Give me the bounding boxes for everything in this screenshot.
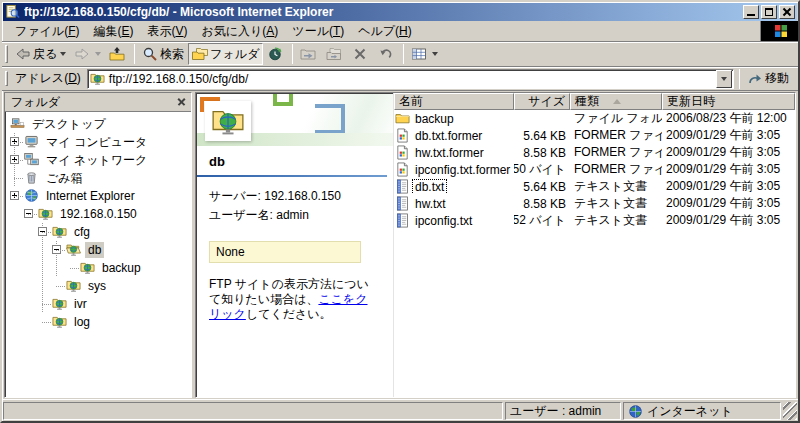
search-icon xyxy=(142,46,158,62)
copy-to-button[interactable] xyxy=(322,43,348,65)
tree-item-backup[interactable]: backup xyxy=(9,259,191,277)
menu-favorites[interactable]: お気に入り(A) xyxy=(195,21,286,42)
tree-item-label[interactable]: ごみ箱 xyxy=(43,169,86,188)
tree-item-sys[interactable]: sys xyxy=(9,277,191,295)
close-button[interactable] xyxy=(779,5,795,19)
file-row-db.txt[interactable]: db.txt5.64 KBテキスト文書2009/01/29 午前 3:05 xyxy=(394,178,795,195)
tree-item-label[interactable]: デスクトップ xyxy=(29,115,109,134)
maximize-button[interactable] xyxy=(761,5,777,19)
tree-item-label[interactable]: db xyxy=(85,242,104,258)
file-type: FORMER ファイル xyxy=(570,144,662,161)
status-bar: ユーザー : admin インターネット xyxy=(2,399,798,421)
column-header-name[interactable]: 名前 xyxy=(394,93,514,110)
file-row-hw.txt.former[interactable]: hw.txt.former8.58 KBFORMER ファイル2009/01/2… xyxy=(394,144,795,161)
address-dropdown-button[interactable] xyxy=(716,70,732,88)
file-name[interactable]: hw.txt.former xyxy=(413,146,486,160)
history-button[interactable] xyxy=(263,43,289,65)
file-date: 2009/01/29 午前 3:05 xyxy=(662,161,795,178)
column-header-type[interactable]: 種類 xyxy=(570,93,662,110)
tree-item-log[interactable]: log xyxy=(9,313,191,331)
address-value[interactable]: ftp://192.168.0.150/cfg/db/ xyxy=(109,72,716,86)
file-row-backup[interactable]: backupファイル フォルダ2006/08/23 午前 12:00 xyxy=(394,110,795,127)
menu-file[interactable]: ファイル(F) xyxy=(8,21,86,42)
file-row-ipconfig.txt[interactable]: ipconfig.txt852 バイトテキスト文書2009/01/29 午前 3… xyxy=(394,212,795,229)
expand-icon[interactable] xyxy=(10,137,19,146)
menu-help[interactable]: ヘルプ(H) xyxy=(351,21,419,42)
back-arrow-icon xyxy=(15,46,31,62)
file-name[interactable]: db.txt.former xyxy=(413,129,484,143)
collapse-icon[interactable] xyxy=(38,227,47,236)
file-row-ipconfig.txt.former[interactable]: ipconfig.txt.former850 バイトFORMER ファイル200… xyxy=(394,161,795,178)
forward-button[interactable] xyxy=(70,43,105,65)
toolbar-grip[interactable] xyxy=(5,45,8,63)
column-header-modified[interactable]: 更新日時 xyxy=(662,93,795,110)
resize-grip[interactable] xyxy=(783,402,797,420)
tree-item--[interactable]: デスクトップ xyxy=(9,115,191,133)
tree-item-label[interactable]: ivr xyxy=(71,296,90,312)
delete-button[interactable] xyxy=(348,43,374,65)
folders-button[interactable]: フォルダ xyxy=(188,43,263,65)
tree-item-label[interactable]: backup xyxy=(99,260,144,276)
tree-item--[interactable]: マイ コンピュータ xyxy=(9,133,191,151)
file-name[interactable]: hw.txt xyxy=(413,197,448,211)
file-name[interactable]: ipconfig.txt.former xyxy=(413,163,512,177)
views-button[interactable] xyxy=(407,43,442,65)
move-to-button[interactable] xyxy=(296,43,322,65)
file-name[interactable]: ipconfig.txt xyxy=(413,214,474,228)
windows-flag-icon xyxy=(772,23,788,39)
tree-item-cfg[interactable]: cfg xyxy=(9,223,191,241)
tree-item-label[interactable]: sys xyxy=(85,278,109,294)
tree-item-label[interactable]: マイ コンピュータ xyxy=(43,133,150,152)
folders-close-button[interactable] xyxy=(173,95,189,109)
search-button[interactable]: 検索 xyxy=(138,43,188,65)
file-name[interactable]: db.txt xyxy=(413,180,446,194)
window-title: ftp://192.168.0.150/cfg/db/ - Microsoft … xyxy=(24,5,741,19)
tree-item-label[interactable]: log xyxy=(71,314,93,330)
file-row-hw.txt[interactable]: hw.txt8.58 KBテキスト文書2009/01/29 午前 3:05 xyxy=(394,195,795,212)
tree-item--[interactable]: マイ ネットワーク xyxy=(9,151,191,169)
folders-icon xyxy=(192,46,208,62)
former-file-icon xyxy=(395,128,410,143)
title-bar[interactable]: ftp://192.168.0.150/cfg/db/ - Microsoft … xyxy=(3,3,797,21)
collapse-icon[interactable] xyxy=(52,245,61,254)
file-size: 852 バイト xyxy=(514,212,570,229)
back-button[interactable]: 戻る xyxy=(11,43,70,65)
tree-item-ivr[interactable]: ivr xyxy=(9,295,191,313)
tree-item-192.168.0.150[interactable]: 192.168.0.150 xyxy=(9,205,191,223)
tree-item-internet-explorer[interactable]: Internet Explorer xyxy=(9,187,191,205)
file-type: FORMER ファイル xyxy=(570,161,662,178)
file-size: 5.64 KB xyxy=(514,180,570,194)
minimize-button[interactable] xyxy=(743,5,759,19)
file-rows: backupファイル フォルダ2006/08/23 午前 12:00db.txt… xyxy=(394,110,795,397)
menu-bar: ファイル(F) 編集(E) 表示(V) お気に入り(A) ツール(T) ヘルプ(… xyxy=(2,21,798,42)
ftp-folder-icon xyxy=(52,314,68,330)
tree-item--[interactable]: ごみ箱 xyxy=(9,169,191,187)
ftp-folder-banner-icon xyxy=(211,104,245,138)
menu-tools[interactable]: ツール(T) xyxy=(285,21,351,42)
collapse-icon[interactable] xyxy=(24,209,33,218)
tree-item-label[interactable]: Internet Explorer xyxy=(43,188,138,204)
tree-item-db[interactable]: db xyxy=(9,241,191,259)
file-row-db.txt.former[interactable]: db.txt.former5.64 KBFORMER ファイル2009/01/2… xyxy=(394,127,795,144)
column-header-size[interactable]: サイズ xyxy=(514,93,570,110)
file-size: 850 バイト xyxy=(514,161,570,178)
expand-icon[interactable] xyxy=(10,191,19,200)
tree-item-label[interactable]: 192.168.0.150 xyxy=(57,206,140,222)
up-button[interactable] xyxy=(105,43,131,65)
go-arrow-icon xyxy=(747,71,763,87)
browser-window: ftp://192.168.0.150/cfg/db/ - Microsoft … xyxy=(0,0,800,423)
undo-button[interactable] xyxy=(374,43,400,65)
menu-edit[interactable]: 編集(E) xyxy=(86,21,140,42)
text-file-icon xyxy=(395,196,410,211)
tree-item-label[interactable]: マイ ネットワーク xyxy=(43,151,150,170)
addressbar-grip[interactable] xyxy=(5,71,8,86)
expand-icon[interactable] xyxy=(10,155,19,164)
ftp-folder-icon xyxy=(80,260,96,276)
address-input[interactable]: ftp://192.168.0.150/cfg/db/ xyxy=(87,69,734,89)
go-button[interactable]: 移動 xyxy=(743,68,796,90)
desktop-icon xyxy=(10,116,26,132)
file-name[interactable]: backup xyxy=(413,112,456,126)
menu-view[interactable]: 表示(V) xyxy=(140,21,194,42)
tree-item-label[interactable]: cfg xyxy=(71,224,93,240)
ftp-folder-open-icon xyxy=(66,242,82,258)
